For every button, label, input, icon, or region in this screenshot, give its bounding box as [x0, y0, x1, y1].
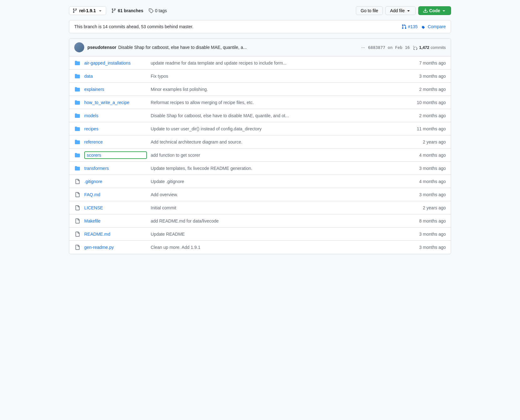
file-name[interactable]: scorers — [84, 151, 147, 159]
file-age: 2 months ago — [402, 113, 446, 118]
table-row: gen-readme.pyClean up more. Add 1.9.13 m… — [69, 241, 451, 254]
table-row: air-gapped_installationsupdate readme fo… — [69, 56, 451, 70]
file-name[interactable]: explainers — [84, 87, 147, 92]
file-name[interactable]: LICENSE — [84, 205, 147, 210]
file-age: 4 months ago — [402, 179, 446, 184]
file-commit-message: Add technical architecture diagram and s… — [151, 139, 398, 144]
table-row: dataFix typos3 months ago — [69, 70, 451, 83]
table-row: transformersUpdate templates, fix liveco… — [69, 162, 451, 175]
add-file-button[interactable]: Add file — [385, 6, 416, 15]
code-label: Code — [429, 8, 440, 13]
folder-icon — [74, 74, 81, 79]
file-name[interactable]: FAQ.md — [84, 192, 147, 197]
commit-sha[interactable]: 6883877 on Feb 16 — [368, 45, 410, 50]
table-row: LICENSEInitial commit2 years ago — [69, 201, 451, 214]
table-row: explainersMinor examples list polishing.… — [69, 83, 451, 96]
file-commit-message: Update README — [151, 232, 398, 237]
commit-dots[interactable]: ··· — [360, 45, 366, 50]
file-age: 11 months ago — [402, 126, 446, 131]
goto-file-button[interactable]: Go to file — [356, 6, 383, 15]
file-commit-message: Update to user user_dir() instead of con… — [151, 126, 398, 131]
folder-icon — [74, 126, 81, 131]
file-age: 3 months ago — [402, 245, 446, 250]
file-name[interactable]: gen-readme.py — [84, 245, 147, 250]
commit-header: pseudotensor Disable Shap for catboost, … — [69, 39, 451, 56]
file-name[interactable]: how_to_write_a_recipe — [84, 100, 147, 105]
file-commit-message: Minor examples list polishing. — [151, 87, 398, 92]
file-name[interactable]: .gitignore — [84, 179, 147, 184]
table-row: .gitignoreUpdate .gitignore4 months ago — [69, 175, 451, 188]
compare-link[interactable]: Compare — [421, 24, 446, 29]
branch-icon — [72, 8, 77, 13]
file-name[interactable]: README.md — [84, 232, 147, 237]
branch-name: rel-1.9.1 — [79, 8, 96, 13]
tag-icon — [148, 8, 153, 13]
table-row: README.mdUpdate README3 months ago — [69, 228, 451, 241]
pr-number: #135 — [408, 24, 418, 29]
commit-count: 1,472 commits — [413, 45, 446, 50]
file-commit-message: update readme for data template and upda… — [151, 60, 398, 66]
file-icon — [74, 245, 81, 250]
file-name[interactable]: reference — [84, 139, 147, 144]
branch-banner-right: #135 Compare — [402, 24, 446, 29]
file-name[interactable]: data — [84, 74, 147, 79]
folder-icon — [74, 113, 81, 118]
download-icon — [423, 8, 428, 13]
branch-banner: This branch is 14 commits ahead, 53 comm… — [69, 20, 451, 33]
table-row: FAQ.mdAdd overview.3 months ago — [69, 188, 451, 201]
file-commit-message: Update .gitignore — [151, 179, 398, 184]
file-name[interactable]: Makefile — [84, 218, 147, 223]
branch-meta: 61 branches 0 tags — [111, 8, 167, 13]
table-row: recipesUpdate to user user_dir() instead… — [69, 122, 451, 135]
file-commit-message: Update templates, fix livecode README ge… — [151, 166, 398, 171]
file-age: 3 months ago — [402, 166, 446, 171]
file-commit-message: Reformat recipes to allow merging of rec… — [151, 100, 398, 105]
branches-icon — [111, 8, 116, 13]
file-age: 4 months ago — [402, 153, 446, 158]
file-age: 7 months ago — [402, 60, 446, 66]
file-commit-message: Disable Shap for catboost, else have to … — [151, 113, 398, 118]
commit-count-number: 1,472 — [419, 45, 429, 50]
add-file-label: Add file — [390, 8, 405, 13]
chevron-down-icon-3 — [441, 8, 446, 13]
file-icon — [74, 205, 81, 210]
file-icon — [74, 192, 81, 197]
file-commit-message: Clean up more. Add 1.9.1 — [151, 245, 398, 250]
folder-icon — [74, 60, 81, 66]
folder-icon — [74, 139, 81, 144]
file-name[interactable]: transformers — [84, 166, 147, 171]
code-button[interactable]: Code — [418, 6, 451, 15]
commit-author[interactable]: pseudotensor — [87, 45, 117, 50]
file-commit-message: Initial commit — [151, 205, 398, 210]
table-row: referenceAdd technical architecture diag… — [69, 135, 451, 149]
file-icon — [74, 232, 81, 237]
file-age: 8 months ago — [402, 218, 446, 223]
tags-link[interactable]: 0 tags — [148, 8, 167, 13]
toolbar-right: Go to file Add file Code — [356, 6, 451, 15]
page-container: rel-1.9.1 61 branches — [69, 6, 451, 254]
file-age: 2 years ago — [402, 205, 446, 210]
branches-link[interactable]: 61 branches — [111, 8, 143, 13]
table-row: Makefileadd README.md for data/livecode8… — [69, 214, 451, 228]
folder-icon — [74, 166, 81, 171]
table-row: modelsDisable Shap for catboost, else ha… — [69, 109, 451, 122]
file-commit-message: add README.md for data/livecode — [151, 218, 398, 223]
commit-info: pseudotensor Disable Shap for catboost, … — [87, 45, 410, 50]
file-table: pseudotensor Disable Shap for catboost, … — [69, 38, 451, 254]
pr-link[interactable]: #135 — [402, 24, 418, 29]
file-name[interactable]: air-gapped_installations — [84, 60, 147, 66]
file-age: 3 months ago — [402, 74, 446, 79]
toolbar: rel-1.9.1 61 branches — [69, 6, 451, 15]
file-commit-message: Fix typos — [151, 74, 398, 79]
branch-status-text: This branch is 14 commits ahead, 53 comm… — [74, 24, 194, 29]
folder-icon — [74, 153, 81, 158]
tag-count: 0 tags — [155, 8, 167, 13]
commit-count-label: commits — [431, 45, 446, 50]
file-name[interactable]: models — [84, 113, 147, 118]
file-age: 3 months ago — [402, 232, 446, 237]
branch-selector[interactable]: rel-1.9.1 — [69, 6, 106, 15]
file-icon — [74, 179, 81, 184]
file-icon — [74, 218, 81, 223]
file-name[interactable]: recipes — [84, 126, 147, 131]
chevron-down-icon — [98, 8, 103, 13]
